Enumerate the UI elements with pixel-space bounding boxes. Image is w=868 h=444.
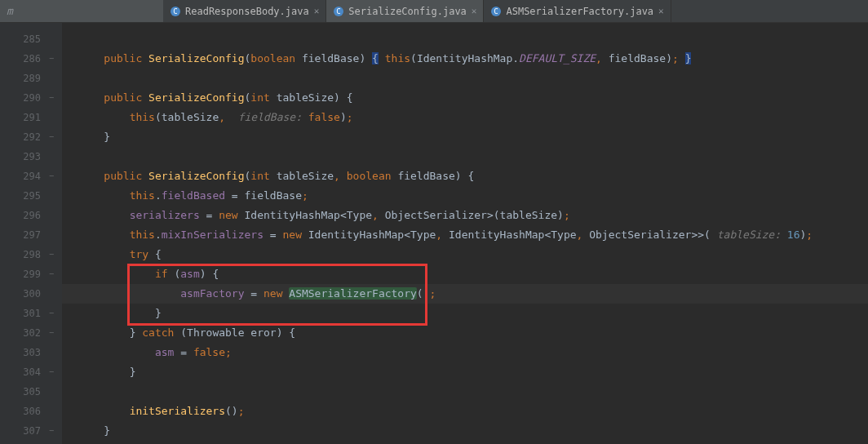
close-icon[interactable]: ✕ [658,6,664,16]
java-class-icon: C [170,6,181,17]
java-class-icon: C [333,6,344,17]
code-line[interactable]: asmFactory = new ASMSerializerFactory(); [62,284,868,304]
tab-asm-factory[interactable]: C ASMSerializerFactory.java ✕ [484,0,671,22]
fold-column: − − − − − − − − − − [46,23,62,444]
line-number: 304 [0,362,46,382]
fold-mark[interactable] [46,69,62,88]
tab-placeholder: m [0,0,163,22]
code-line[interactable]: public SerializeConfig(int tableSize) { [62,88,868,108]
code-line[interactable]: if (asm) { [62,264,868,284]
line-number: 293 [0,147,46,166]
fold-mark[interactable]: − [46,304,62,323]
close-icon[interactable]: ✕ [314,6,320,16]
code-line[interactable] [62,29,868,49]
fold-mark[interactable]: − [46,264,62,284]
code-line[interactable]: } [62,127,868,147]
fold-mark[interactable] [46,284,62,304]
code-line[interactable]: asm = false; [62,343,868,362]
line-number: 291 [0,108,46,127]
close-icon[interactable]: ✕ [472,6,477,16]
code-line[interactable] [62,69,868,88]
line-number: 302 [0,323,46,343]
fold-mark[interactable]: − [46,49,62,69]
fold-mark[interactable] [46,206,62,225]
fold-mark[interactable] [46,108,62,127]
line-number: 294 [0,166,46,186]
tab-label: ASMSerializerFactory.java [506,6,653,17]
line-number: 303 [0,343,46,362]
line-number: 301 [0,304,46,323]
code-line[interactable]: initSerializers(); [62,402,868,421]
code-line[interactable]: this.fieldBased = fieldBase; [62,186,868,206]
tab-serialize-config[interactable]: C SerializeConfig.java ✕ [326,0,484,22]
line-number: 290 [0,88,46,108]
fold-mark[interactable]: − [46,88,62,108]
line-number: 298 [0,245,46,264]
svg-text:C: C [337,7,341,16]
tab-label: SerializeConfig.java [348,6,467,17]
fold-mark[interactable]: − [46,245,62,264]
line-number: 296 [0,206,46,225]
line-number: 285 [0,29,46,49]
fold-mark[interactable]: − [46,362,62,382]
line-number: 307 [0,421,46,441]
fold-mark[interactable]: − [46,166,62,186]
line-number: 292 [0,127,46,147]
line-number: 305 [0,382,46,402]
line-number: 306 [0,402,46,421]
code-line[interactable]: } [62,304,868,323]
tab-bar: m C ReadResponseBody.java ✕ C SerializeC… [0,0,868,23]
fold-mark[interactable]: − [46,127,62,147]
line-number: 300 [0,284,46,304]
fold-mark[interactable] [46,186,62,206]
code-line[interactable]: } catch (Throwable eror) { [62,323,868,343]
gutter: 285 286 289 290 291 292 293 294 295 296 … [0,23,46,444]
tab-label: ReadResponseBody.java [185,6,309,17]
fold-mark[interactable]: − [46,323,62,343]
code-line[interactable]: this(tableSize, fieldBase: false); [62,108,868,127]
fold-mark[interactable] [46,343,62,362]
code-line[interactable] [62,382,868,402]
code-line[interactable]: public SerializeConfig(boolean fieldBase… [62,49,868,69]
tab-read-response[interactable]: C ReadResponseBody.java ✕ [163,0,326,22]
fold-mark[interactable] [46,29,62,49]
code-line[interactable]: public SerializeConfig(int tableSize, bo… [62,166,868,186]
code-line[interactable]: } [62,362,868,382]
line-number: 289 [0,69,46,88]
code-line[interactable] [62,147,868,166]
fold-mark[interactable] [46,225,62,245]
line-number: 297 [0,225,46,245]
line-number: 299 [0,264,46,284]
code-line[interactable]: this.mixInSerializers = new IdentityHash… [62,225,868,245]
code-line[interactable]: serializers = new IdentityHashMap<Type, … [62,206,868,225]
fold-mark[interactable] [46,382,62,402]
svg-text:C: C [494,7,498,16]
line-number: 295 [0,186,46,206]
java-class-icon: C [490,6,502,17]
code-line[interactable]: } [62,421,868,441]
fold-mark[interactable] [46,147,62,166]
code-line[interactable]: try { [62,245,868,264]
code-area[interactable]: public SerializeConfig(boolean fieldBase… [62,23,868,444]
line-number: 286 [0,49,46,69]
fold-mark[interactable]: − [46,421,62,441]
fold-mark[interactable] [46,402,62,421]
tab-placeholder-label: m [7,5,13,17]
editor[interactable]: 285 286 289 290 291 292 293 294 295 296 … [0,23,868,444]
svg-text:C: C [173,7,177,16]
